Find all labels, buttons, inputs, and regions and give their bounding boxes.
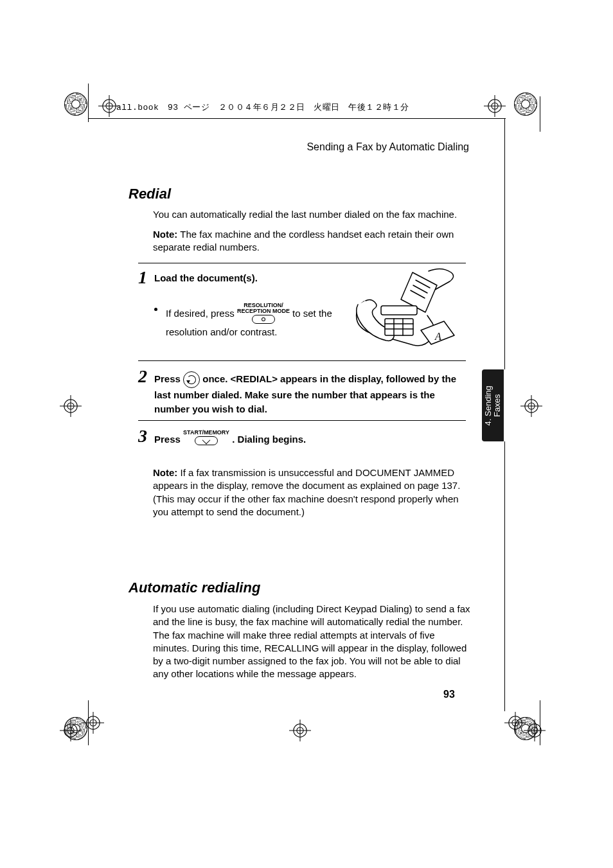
frame-line	[88, 700, 89, 745]
frame-line	[540, 96, 540, 132]
reg-mark	[60, 720, 82, 741]
rule	[138, 360, 466, 361]
bullet-icon	[154, 308, 157, 311]
side-tab-line1: 4. Sending	[483, 385, 493, 425]
frame-line	[88, 118, 506, 119]
reg-mark	[520, 395, 542, 417]
note-label: Note:	[153, 467, 177, 478]
svg-text:A: A	[434, 331, 441, 342]
step-number-3: 3	[138, 426, 147, 447]
step1-bullet: If desired, press RESOLUTION/ RECEPTION …	[154, 304, 359, 339]
automatic-redialing-body: If you use automatic dialing (including …	[153, 603, 471, 681]
post-step-note: Note: If a fax transmission is unsuccess…	[153, 466, 468, 518]
note-label: Note:	[153, 229, 177, 240]
corner-mark-top-right	[514, 93, 537, 116]
frame-line	[88, 84, 89, 122]
intro-text: You can automatically redial the last nu…	[153, 208, 468, 221]
file-meta-header: all.book 93 ページ ２００４年６月２２日 火曜日 午後１２時１分	[116, 102, 409, 113]
reg-mark	[82, 712, 104, 734]
step3-post: . Dialing begins.	[232, 434, 306, 445]
step3-body: Press START/MEMORY . Dialing begins.	[154, 432, 456, 448]
fax-load-illustration: A	[351, 266, 464, 350]
chapter-tab: 4. Sending Faxes	[482, 369, 504, 441]
svg-rect-13	[381, 306, 417, 315]
bullet-pre: If desired, press	[166, 308, 237, 319]
note-body: If a fax transmission is unsuccessful an…	[153, 467, 460, 517]
frame-line	[504, 441, 505, 711]
step1-heading: Load the document(s).	[154, 272, 334, 283]
start-memory-key-icon	[195, 436, 218, 445]
intro-note: Note: The fax machine and the cordless h…	[153, 228, 468, 254]
section-title-redial: Redial	[129, 186, 171, 202]
reg-mark	[484, 95, 506, 117]
svg-rect-7	[385, 319, 413, 335]
note-body: The fax machine and the cordless handset…	[153, 229, 454, 252]
corner-mark-top-left	[64, 93, 87, 116]
side-tab-line2: Faxes	[492, 394, 502, 416]
step-number-2: 2	[138, 366, 147, 387]
redial-key-icon	[183, 371, 200, 388]
key-label-reception: RECEPTION MODE	[237, 308, 290, 314]
reg-mark	[289, 720, 311, 741]
step3-pre: Press	[154, 434, 183, 445]
rule	[138, 263, 466, 263]
frame-line	[504, 119, 505, 369]
running-head: Sending a Fax by Automatic Dialing	[129, 141, 469, 153]
key-label-start-memory: START/MEMORY	[183, 430, 229, 436]
resolution-key-icon	[252, 315, 275, 324]
reg-mark	[524, 720, 546, 741]
step-number-1: 1	[138, 267, 147, 288]
step2-pre: Press	[154, 373, 183, 384]
reg-mark	[504, 712, 526, 734]
frame-line	[540, 700, 540, 745]
page-number: 93	[443, 689, 455, 700]
rule	[138, 420, 466, 421]
reg-mark	[60, 395, 82, 417]
section-title-automatic-redialing: Automatic redialing	[129, 580, 260, 596]
step2-body: Press once. <REDIAL> appears in the disp…	[154, 371, 459, 416]
